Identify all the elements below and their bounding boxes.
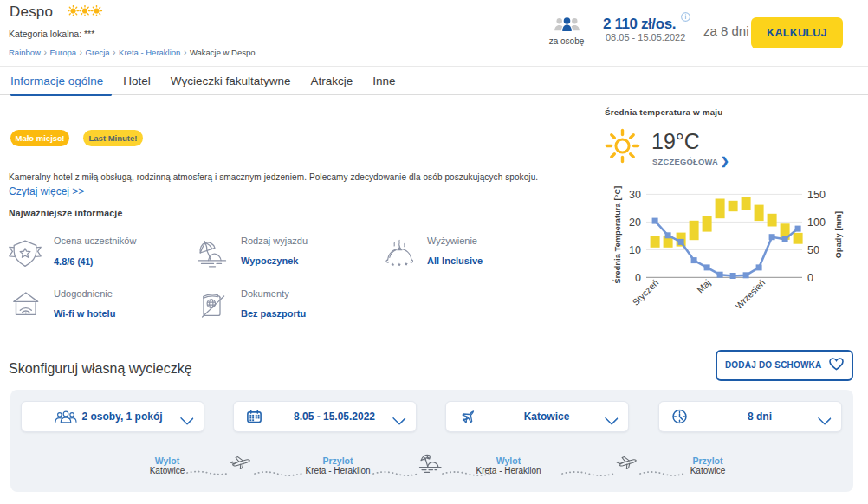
svg-text:Wrzesień: Wrzesień (733, 277, 767, 311)
svg-text:0: 0 (807, 272, 813, 284)
svg-text:150: 150 (807, 189, 826, 201)
svg-text:Średnia Temperatura [°C]: Średnia Temperatura [°C] (612, 186, 622, 284)
svg-text:100: 100 (807, 216, 826, 229)
svg-text:20: 20 (629, 216, 641, 229)
svg-text:50: 50 (807, 244, 819, 256)
svg-text:0: 0 (635, 272, 641, 284)
svg-text:Maj: Maj (695, 277, 712, 294)
svg-text:10: 10 (629, 244, 641, 256)
svg-text:Opady [mm]: Opady [mm] (834, 211, 843, 259)
svg-text:30: 30 (629, 189, 641, 201)
